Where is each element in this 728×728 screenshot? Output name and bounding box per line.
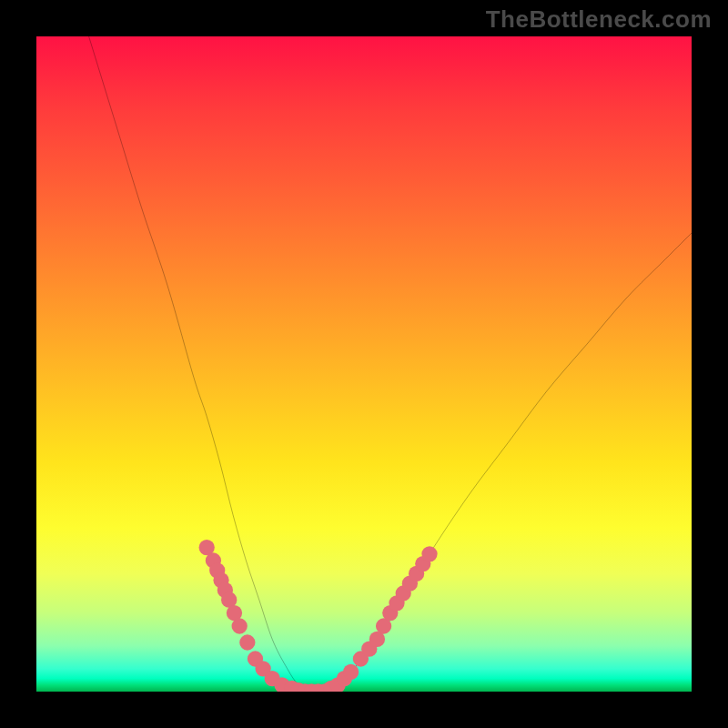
marker-point <box>421 546 437 561</box>
left-arm-markers <box>199 540 327 692</box>
chart-svg <box>36 36 692 692</box>
bottleneck-curve <box>89 36 692 692</box>
plot-area <box>36 36 692 692</box>
marker-point <box>343 664 359 680</box>
marker-point <box>232 618 248 633</box>
right-arm-markers <box>317 546 437 692</box>
marker-point <box>239 634 255 650</box>
chart-frame: TheBottleneck.com <box>0 0 728 728</box>
watermark-text: TheBottleneck.com <box>486 5 712 34</box>
